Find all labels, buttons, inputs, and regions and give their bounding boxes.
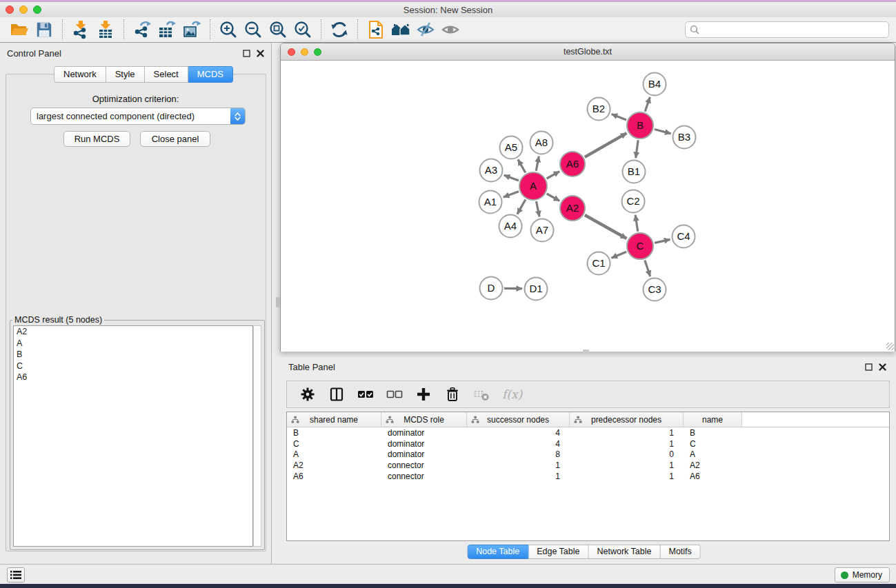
optimization-criterion-select[interactable]: largest connected component (directed) [30,108,246,125]
column-header-predecessor-nodes[interactable]: predecessor nodes [570,412,684,427]
column-header-successor-nodes[interactable]: successor nodes [467,412,570,427]
divider-scrollbar-thumb[interactable] [276,297,280,307]
table-cell[interactable]: A [287,449,381,459]
tab-network-table[interactable]: Network Table [589,545,661,559]
column-header-name[interactable]: name [684,412,742,427]
tab-mcds[interactable]: MCDS [188,66,233,83]
table-cell[interactable]: 4 [467,439,570,449]
task-history-button[interactable] [7,567,25,582]
tab-style[interactable]: Style [106,66,145,83]
graph-edge-B-B2[interactable] [612,114,626,120]
table-cell[interactable]: 1 [570,439,684,449]
graph-edge-B-B3[interactable] [655,130,671,134]
import-table-button[interactable] [93,19,118,41]
close-table-panel-icon[interactable] [879,363,886,371]
zoom-in-button[interactable] [216,19,241,41]
horizontal-scrollbar-thumb[interactable] [583,349,589,354]
table-row[interactable]: Bdominator41B [287,427,889,438]
result-list-item[interactable]: C [14,361,252,372]
save-session-button[interactable] [32,19,57,41]
table-cell[interactable]: dominator [381,449,467,459]
result-scrollbar[interactable] [253,325,261,547]
table-cell[interactable]: 1 [467,472,570,481]
graph-edge-C-C1[interactable] [611,252,626,258]
zoom-fit-button[interactable] [266,19,290,41]
table-cell[interactable]: connector [381,460,467,470]
close-panel-icon[interactable] [257,50,264,57]
deselect-all-button[interactable] [385,383,404,405]
table-cell[interactable]: 0 [570,449,684,459]
export-table-button[interactable] [155,19,179,41]
graph-edge-C-C2[interactable] [635,215,638,232]
table-cell[interactable]: 1 [570,428,684,438]
graph-edge-A2-C[interactable] [585,215,627,239]
tab-edge-table[interactable]: Edge Table [528,545,588,559]
column-header-shared-name[interactable]: shared name [287,412,381,427]
table-cell[interactable]: A6 [684,472,742,481]
zoom-out-button[interactable] [241,19,266,41]
table-row[interactable]: A6connector11A6 [287,471,889,482]
graph-edge-B-B4[interactable] [645,97,650,112]
table-row[interactable]: Cdominator41C [287,438,889,449]
table-cell[interactable]: 1 [570,460,684,470]
graph-edge-B-B1[interactable] [636,140,638,158]
table-row[interactable]: Adominator80A [287,449,889,460]
tab-node-table[interactable]: Node Table [467,545,528,559]
home-overview-button[interactable] [388,19,413,41]
result-list-item[interactable]: A [14,338,252,349]
table-cell[interactable]: 8 [467,449,570,459]
graph-edge-A-A6[interactable] [547,172,560,179]
table-cell[interactable]: 4 [467,428,570,438]
refresh-button[interactable] [327,19,352,41]
search-input[interactable] [685,21,889,38]
resize-grip[interactable] [886,343,894,350]
graph-edge-A-A8[interactable] [536,156,539,171]
table-cell[interactable]: 1 [570,472,684,481]
mcds-result-list[interactable]: A2ABCA6 [13,325,253,547]
table-cell[interactable]: dominator [381,439,467,449]
column-header-MCDS-role[interactable]: MCDS role [381,412,467,427]
table-cell[interactable]: A [684,449,742,459]
graph-edge-A6-B[interactable] [585,133,627,157]
new-network-from-selection-button[interactable] [364,19,388,41]
graph-edge-A-A3[interactable] [504,175,519,181]
open-session-button[interactable] [7,19,32,41]
add-column-button[interactable] [414,383,433,405]
zoom-selected-button[interactable] [290,19,315,41]
show-graphics-details-button[interactable] [438,19,463,41]
table-cell[interactable]: C [287,439,381,449]
graph-canvas[interactable]: B4B2BB3A8A5A6A3B1AA1C2A2A4A7C4CC1C3DD1 [281,61,895,352]
table-cell[interactable]: A2 [287,460,381,470]
table-cell[interactable]: A6 [287,472,381,481]
graph-edge-C-C4[interactable] [655,239,670,243]
graph-edge-A-A7[interactable] [536,201,539,216]
table-row[interactable]: A2connector11A2 [287,460,889,471]
table-cell[interactable]: B [684,428,742,438]
table-cell[interactable]: B [287,428,381,438]
graph-edge-A-A4[interactable] [517,200,526,214]
import-network-button[interactable] [68,19,93,41]
table-cell[interactable]: C [684,439,742,449]
hide-graphics-details-button[interactable] [413,19,438,41]
network-window-titlebar[interactable]: testGlobe.txt [281,43,895,61]
run-mcds-button[interactable]: Run MCDS [63,131,130,147]
table-cell[interactable]: A2 [684,460,742,470]
tab-motifs[interactable]: Motifs [660,545,700,559]
table-cell[interactable]: 1 [467,460,570,470]
graph-edge-C-C3[interactable] [645,260,650,276]
result-list-item[interactable]: A6 [14,372,252,383]
table-cell[interactable]: connector [381,472,467,481]
select-all-button[interactable] [356,383,375,405]
close-panel-button[interactable]: Close panel [140,131,210,147]
float-table-panel-icon[interactable] [865,363,873,371]
table-cell[interactable]: dominator [381,428,467,438]
export-image-button[interactable] [179,19,204,41]
tab-network[interactable]: Network [54,66,106,83]
memory-button[interactable]: Memory [835,567,890,582]
table-settings-button[interactable] [298,383,317,405]
graph-edge-A-A5[interactable] [518,159,526,172]
export-network-button[interactable] [130,19,155,41]
graph-edge-A-A1[interactable] [504,192,519,197]
show-column-button[interactable] [327,383,346,405]
float-panel-icon[interactable] [243,50,250,57]
